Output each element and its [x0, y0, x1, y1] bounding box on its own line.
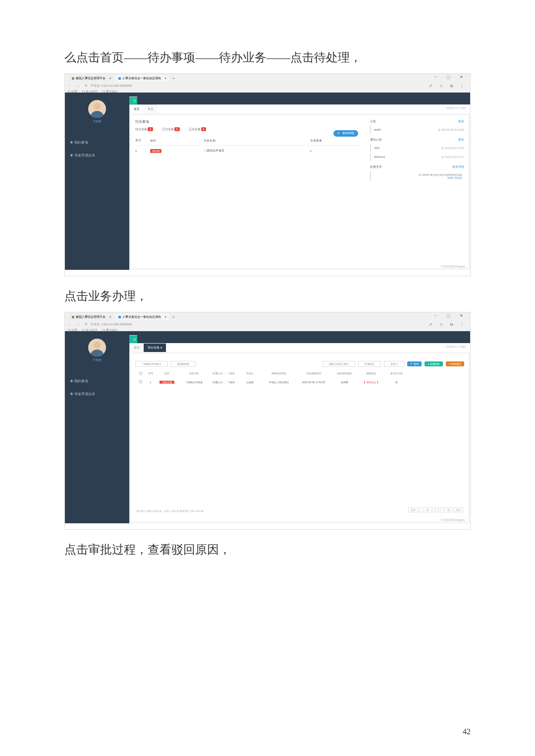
new-tab-button[interactable]: +	[172, 315, 175, 319]
tab-label: 人事业务综合一体化信息系统	[122, 315, 161, 319]
row-no: 1	[135, 150, 150, 152]
list-item[interactable]: 2019 发 2019-12-27 14:22	[370, 144, 464, 152]
datagrid-header: 序号 操作 业务名称 所属人力一、二级列 申请人 调用原因审批 业务更新时间 业…	[135, 370, 464, 377]
favicon-icon	[72, 316, 74, 318]
address-bar[interactable]: 不安全 | 118.114.166.158:8099	[91, 322, 132, 327]
close-icon[interactable]: ×	[109, 77, 111, 80]
checkbox-all[interactable]	[139, 372, 142, 375]
chevron-left-icon: ‹	[124, 140, 125, 143]
pending-button[interactable]: 待处理	[150, 149, 161, 153]
close-icon[interactable]: ×	[109, 315, 111, 318]
process-button[interactable]: 业务办理	[160, 381, 174, 384]
app-tab-home[interactable]: ☰	[129, 97, 137, 104]
more-link[interactable]: 更多	[458, 119, 464, 124]
instruction-2: 点击业务办理，	[64, 288, 471, 304]
app-tab[interactable]: 首页	[129, 104, 144, 113]
instruction-3: 点击审批过程，查看驳回原因，	[64, 542, 471, 557]
filter-input[interactable]: 请输入待填人员名	[322, 361, 355, 367]
pager-next[interactable]: 下一页	[440, 507, 452, 512]
favicon-icon	[72, 77, 74, 80]
app-tab[interactable]: 首页	[129, 343, 144, 352]
search-icon: 🔍	[337, 132, 341, 135]
panel-header: 政策文件 更多详情	[370, 165, 464, 169]
stat-done[interactable]: 已办业务0	[162, 127, 180, 132]
close-icon[interactable]: ×	[165, 77, 167, 80]
checkbox[interactable]	[139, 380, 142, 383]
chevron-left-icon: ‹	[124, 153, 125, 156]
avatar[interactable]	[88, 100, 106, 118]
list-item[interactable]: test02 发 2020-03-25 21:44:06	[370, 126, 464, 134]
nav-arrows[interactable]: ← →	[68, 323, 82, 326]
badge: 2	[148, 127, 153, 131]
window-controls[interactable]: − ⬜ ✕	[434, 313, 467, 318]
query-button[interactable]: 🔍 查询	[407, 361, 422, 366]
table-header: 序号 操作 业务名称 业务数量	[135, 137, 363, 146]
app-tab-active[interactable]: 待办业务 ●	[144, 343, 166, 352]
avatar-name: 王睦睦	[93, 119, 102, 124]
tab-label: 被院人事综合管理平台	[76, 76, 106, 81]
biz-name: 二级岗位申请表	[204, 149, 310, 153]
sidebar-item-expert-db[interactable]: ◈ 专家库信息录 ‹	[65, 149, 129, 162]
stat-pending[interactable]: 待办业务2	[135, 127, 153, 132]
sidebar-item-my-tasks[interactable]: ◈ 我的事项 ‹	[65, 136, 129, 149]
sidebar-item-expert-db[interactable]: ◈ 专家库信息录 ‹	[65, 388, 129, 401]
filter-select[interactable]: 全部 ▾	[384, 361, 404, 367]
browser-tab-1[interactable]: 被院人事综合管理平台 ×	[69, 75, 114, 82]
table-row: 1 待处理 二级岗位申请表 1	[135, 146, 363, 156]
avatar[interactable]	[88, 339, 106, 356]
review-button[interactable]: ✏ 预审通过	[446, 361, 464, 366]
reload-icon[interactable]: ↻	[85, 84, 88, 88]
pager-page[interactable]: 1	[432, 507, 439, 512]
avatar-name: 王睦睦	[93, 358, 102, 362]
screenshot-1: 被院人事综合管理平台 × 人事业务综合一体化信息系统 × + − ⬜ ✕ ← →…	[64, 73, 471, 276]
filter-select[interactable]: 请选岗审批	[170, 361, 196, 367]
badge: 0	[174, 127, 180, 131]
pager-last[interactable]: 尾页	[453, 507, 463, 512]
reset-button[interactable]: ● 布置调应	[425, 361, 442, 366]
instruction-1: 么点击首页——待办事项——待办业务——点击待处理，	[64, 50, 471, 65]
filter-select[interactable]: 二级岗位申请表 ▾	[135, 361, 167, 367]
app-tab-home[interactable]: ☰	[129, 335, 137, 343]
pager-first[interactable]: 首页	[408, 507, 418, 512]
app-tab-controls[interactable]: ← 关闭操作 ▾ ⟳ 退出	[438, 343, 470, 352]
pager-prev[interactable]: 上一页	[419, 507, 431, 512]
panel-header: 公告 更多	[370, 119, 464, 124]
app-tab-controls[interactable]: ← 关闭操作 ▾ ⟳ 退出	[438, 104, 470, 113]
address-bar[interactable]: 不安全 | 118.114.166.158:8099	[91, 84, 132, 88]
doc-link[interactable]: 在博士后政策	[374, 176, 462, 179]
reload-icon[interactable]: ↻	[85, 322, 88, 326]
query-detail-button[interactable]: 🔍 查询详情	[333, 130, 358, 137]
browser-tab-1[interactable]: 被院人事综合管理平台 ×	[69, 314, 114, 320]
close-icon[interactable]: ×	[165, 315, 167, 318]
app-tab[interactable]: 首页	[144, 104, 158, 113]
browser-tab-2[interactable]: 人事业务综合一体化信息系统 ×	[115, 314, 170, 320]
pager: 首页 上一页 1 下一页 尾页	[408, 507, 463, 512]
browser-menu-icons[interactable]: ⤢ ☆ Θ ⋮	[429, 84, 467, 88]
search-icon: 🔍	[410, 362, 413, 365]
page-number: 42	[463, 727, 471, 736]
biz-count: 1	[310, 150, 364, 152]
tab-label: 人事业务综合一体化信息系统	[122, 76, 161, 81]
status-badge: 审批未过	[364, 381, 378, 384]
favicon-icon	[118, 77, 121, 80]
pager-info: 显示第 1 到第 1 条记录；总共 1 条记录 每页显示 10 ▾ 条记录	[136, 509, 204, 512]
footer-copyright: © 2019-2020 Kingway	[441, 265, 465, 268]
footer-copyright: © 2019-2020 Kingway	[441, 518, 465, 521]
browser-chrome: 被院人事综合管理平台 × 人事业务综合一体化信息系统 × + − ⬜ ✕ ← →…	[65, 74, 470, 93]
filter-input[interactable]: 申请岗位	[358, 361, 381, 367]
doc-item[interactable]: 发 2018年事业单位岗位地审核相关表格 在博士后政策	[370, 171, 464, 181]
browser-menu-icons[interactable]: ⤢ ☆ Θ ⋮	[429, 322, 467, 327]
list-item[interactable]: 20191213 发 2019-12-23 14:17	[370, 153, 464, 161]
sidebar: 王睦睦 ◈ 我的事项 ‹ ◈ 专家库信息录 ‹	[65, 93, 129, 270]
stat-done[interactable]: 已办业务0	[189, 127, 207, 132]
browser-tab-2[interactable]: 人事业务综合一体化信息系统 ×	[115, 75, 170, 82]
new-tab-button[interactable]: +	[172, 76, 175, 81]
screenshot-2: 被院人事综合管理平台 × 人事业务综合一体化信息系统 × + − ⬜ ✕ ← →…	[64, 312, 471, 530]
nav-arrows[interactable]: ← →	[68, 84, 82, 88]
more-link[interactable]: 更多详情	[452, 165, 464, 169]
sidebar: 王睦睦 ◈ 我的事项 ‹ ◈ 专家库信息录 ‹	[65, 331, 129, 523]
datagrid-row: 1 业务办理 二级岗位申请表 所属人力一、二级列 王睦睦 申请位三审位测试 20…	[135, 377, 464, 387]
window-controls[interactable]: − ⬜ ✕	[434, 75, 467, 79]
more-link[interactable]: 更多	[458, 138, 464, 142]
sidebar-item-my-tasks[interactable]: ◈ 我的事项 ‹	[65, 375, 129, 388]
